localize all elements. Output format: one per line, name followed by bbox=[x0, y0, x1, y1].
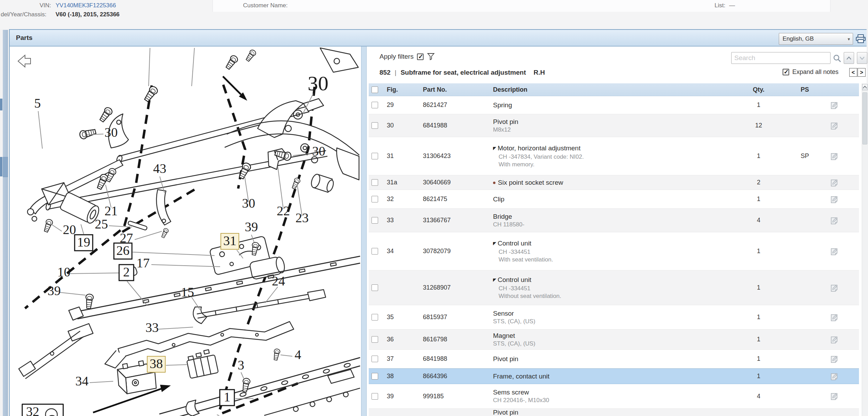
row-checkbox[interactable] bbox=[372, 217, 378, 224]
note-icon[interactable] bbox=[831, 122, 840, 130]
note-icon[interactable] bbox=[831, 152, 840, 160]
diagram-scrollbar-thumb[interactable] bbox=[3, 157, 8, 177]
column-header-ps[interactable]: PS bbox=[781, 86, 828, 93]
table-row[interactable]: 3430782079◤Control unitCH -334451With se… bbox=[369, 232, 859, 271]
note-icon[interactable] bbox=[831, 195, 840, 203]
note-icon[interactable] bbox=[831, 372, 840, 381]
column-header-description[interactable]: Description bbox=[490, 86, 736, 93]
note-icon[interactable] bbox=[831, 335, 840, 344]
note-expander-icon[interactable]: ◤ bbox=[493, 277, 496, 282]
cell-part-no: 6841988 bbox=[420, 350, 490, 368]
scroll-up-button[interactable] bbox=[862, 84, 868, 90]
note-expander-icon[interactable]: ◤ bbox=[493, 241, 496, 246]
diagram-label[interactable]: 30 bbox=[242, 196, 255, 210]
row-checkbox[interactable] bbox=[372, 153, 378, 159]
diagram-label[interactable]: 22 bbox=[277, 203, 290, 218]
table-row[interactable]: 31a30640669Six point socket screw2 bbox=[369, 175, 859, 190]
table-scrollbar-thumb[interactable] bbox=[862, 92, 867, 144]
column-header-qty[interactable]: Qty. bbox=[736, 86, 781, 93]
diagram-label[interactable]: 17 bbox=[136, 256, 150, 270]
language-dropdown[interactable]: English, GB ▾ bbox=[779, 33, 853, 45]
diagram-label[interactable]: 1 bbox=[220, 390, 234, 406]
diagram-label[interactable]: 30 bbox=[105, 125, 118, 140]
diagram-label[interactable]: 33 bbox=[145, 320, 159, 335]
row-checkbox[interactable] bbox=[372, 196, 378, 202]
diagram-label[interactable]: 34 bbox=[75, 374, 89, 388]
search-prev-button[interactable] bbox=[844, 52, 854, 64]
previous-section-button[interactable]: < bbox=[849, 68, 857, 77]
table-row[interactable]: 31268907◤Control unitCH -334451Without s… bbox=[369, 271, 859, 305]
diagram-label[interactable]: 30 bbox=[308, 72, 328, 95]
diagram-vertical-scrollbar[interactable] bbox=[3, 30, 8, 416]
note-icon[interactable] bbox=[831, 247, 840, 256]
apply-filters-checkbox[interactable] bbox=[417, 53, 424, 60]
row-checkbox[interactable] bbox=[372, 179, 378, 186]
vin-link[interactable]: YV140MEK3F1225366 bbox=[56, 2, 116, 9]
table-row[interactable]: 298621427Spring1 bbox=[369, 96, 859, 114]
panel-splitter[interactable] bbox=[361, 47, 367, 416]
row-checkbox[interactable] bbox=[372, 284, 378, 291]
diagram-label[interactable]: 19 bbox=[75, 235, 93, 251]
row-checkbox[interactable] bbox=[372, 248, 378, 255]
note-icon[interactable] bbox=[831, 313, 840, 322]
diagram-label[interactable]: 10 bbox=[57, 265, 70, 279]
diagram-label[interactable]: 38 bbox=[147, 356, 165, 372]
diagram-label[interactable]: 15 bbox=[181, 285, 194, 299]
diagram-label[interactable]: 5 bbox=[34, 96, 41, 110]
cell-description-note: With memory. bbox=[493, 161, 535, 168]
note-icon[interactable] bbox=[831, 284, 840, 292]
diagram-label[interactable]: 24 bbox=[272, 274, 285, 288]
note-icon[interactable] bbox=[831, 392, 840, 400]
table-row[interactable]: 356815937SensorSTS, (CA), (US)1 bbox=[369, 305, 859, 330]
column-header-fig[interactable]: Fig. bbox=[384, 86, 420, 93]
note-icon[interactable] bbox=[831, 216, 840, 225]
diagram-label[interactable]: 39 bbox=[245, 219, 258, 234]
table-row[interactable]: 388664396Frame, contact unit1 bbox=[369, 368, 859, 384]
note-expander-icon[interactable]: ◤ bbox=[493, 146, 496, 151]
diagram-label[interactable]: 39 bbox=[48, 283, 61, 298]
left-edge-tab-upper[interactable] bbox=[0, 99, 2, 110]
diagram-label[interactable]: 21 bbox=[105, 203, 118, 218]
diagram-label[interactable]: 23 bbox=[295, 210, 309, 225]
table-row[interactable]: Pivot pin bbox=[369, 409, 859, 416]
diagram-label[interactable]: 25 bbox=[95, 217, 108, 231]
diagram-label[interactable]: 30 bbox=[312, 144, 325, 158]
search-input[interactable] bbox=[731, 52, 831, 64]
table-row[interactable]: 368616798MagnetSTS, (CA), (US)1 bbox=[369, 330, 859, 350]
column-header-partno[interactable]: Part No. bbox=[420, 86, 490, 93]
next-section-button[interactable]: > bbox=[858, 68, 866, 77]
row-checkbox[interactable] bbox=[372, 102, 378, 108]
diagram-label[interactable]: 20 bbox=[63, 222, 76, 237]
note-icon[interactable] bbox=[831, 178, 840, 187]
diagram-label[interactable]: 2 bbox=[119, 265, 134, 281]
row-checkbox[interactable] bbox=[372, 336, 378, 343]
back-arrow-icon[interactable] bbox=[18, 55, 31, 67]
diagram-label[interactable]: 32 bbox=[26, 404, 39, 416]
row-checkbox[interactable] bbox=[372, 314, 378, 321]
row-checkbox[interactable] bbox=[372, 393, 378, 400]
note-icon[interactable] bbox=[831, 355, 840, 363]
print-button[interactable] bbox=[855, 33, 867, 44]
table-scrollbar[interactable] bbox=[862, 83, 868, 416]
table-row[interactable]: 3131306423◤Motor, horizontal adjustmentC… bbox=[369, 137, 859, 175]
left-edge-tab-lower[interactable] bbox=[0, 157, 2, 176]
table-row[interactable]: 328621475Clip1 bbox=[369, 190, 859, 209]
filter-funnel-icon[interactable] bbox=[427, 53, 435, 60]
diagram-label[interactable]: 4 bbox=[295, 347, 301, 362]
table-row[interactable]: 39999185Sems screwCH 220416-, M10x304 bbox=[369, 384, 859, 409]
select-all-checkbox[interactable] bbox=[372, 86, 378, 93]
diagram-label[interactable]: 26 bbox=[114, 243, 132, 259]
table-row[interactable]: 376841988Pivot pin1 bbox=[369, 350, 859, 368]
diagram-label[interactable]: 31 bbox=[221, 233, 239, 249]
row-checkbox[interactable] bbox=[372, 356, 378, 362]
expand-all-notes-checkbox[interactable] bbox=[783, 69, 789, 75]
search-next-button[interactable] bbox=[857, 52, 867, 64]
diagram-label[interactable]: 43 bbox=[153, 161, 166, 176]
row-checkbox[interactable] bbox=[372, 373, 378, 380]
row-checkbox[interactable] bbox=[372, 122, 378, 129]
diagram-label[interactable]: 3 bbox=[238, 358, 244, 372]
note-icon[interactable] bbox=[831, 101, 840, 109]
table-row[interactable]: 3331366767BridgeCH 118580-4 bbox=[369, 209, 859, 232]
table-row[interactable]: 306841988Pivot pinM8x1212 bbox=[369, 114, 859, 137]
search-button[interactable] bbox=[832, 53, 842, 63]
